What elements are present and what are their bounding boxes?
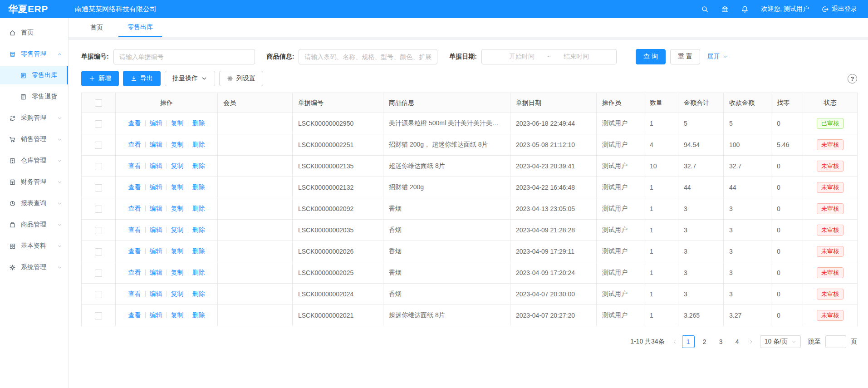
view-link[interactable]: 查看 [128, 162, 141, 169]
edit-link[interactable]: 编辑 [150, 119, 162, 127]
sidebar-item-retail-out[interactable]: 零售出库 [0, 66, 68, 84]
search-button[interactable]: 查 询 [636, 49, 666, 64]
edit-link[interactable]: 编辑 [150, 141, 162, 148]
view-link[interactable]: 查看 [128, 183, 141, 191]
tab-home[interactable]: 首页 [81, 18, 112, 37]
tab-retail-out[interactable]: 零售出库 [118, 18, 162, 37]
cell-operator: 测试用户 [597, 284, 644, 305]
sidebar-item-label: 报表查询 [21, 199, 46, 207]
goods-info-input[interactable] [299, 49, 437, 64]
copy-link[interactable]: 复制 [171, 141, 184, 148]
row-checkbox[interactable] [95, 184, 102, 192]
copy-link[interactable]: 复制 [171, 247, 184, 255]
view-link[interactable]: 查看 [128, 205, 141, 212]
copy-link[interactable]: 复制 [171, 162, 184, 169]
date-range-input[interactable]: 开始时间 ~ 结束时间 [481, 49, 617, 64]
edit-link[interactable]: 编辑 [150, 311, 162, 319]
view-link[interactable]: 查看 [128, 269, 141, 276]
sidebar-item-system[interactable]: 系统管理 [0, 258, 68, 276]
cell-change-amount: 0 [771, 156, 803, 177]
column-settings-button[interactable]: 列设置 [219, 71, 263, 86]
action-separator [167, 270, 167, 275]
row-checkbox[interactable] [95, 142, 102, 149]
edit-link[interactable]: 编辑 [150, 183, 162, 191]
delete-link[interactable]: 删除 [192, 162, 205, 169]
delete-link[interactable]: 删除 [192, 290, 205, 297]
table-row: 查看编辑复制删除LSCK00000002950美汁源果粒橙 500ml 美汁美汁… [82, 113, 858, 134]
row-checkbox[interactable] [95, 206, 102, 213]
page-size-select[interactable]: 10 条/页 [760, 335, 801, 348]
row-checkbox-cell [82, 134, 116, 156]
view-link[interactable]: 查看 [128, 311, 141, 319]
edit-link[interactable]: 编辑 [150, 290, 162, 297]
row-checkbox[interactable] [95, 120, 102, 128]
bank-icon[interactable] [721, 5, 729, 13]
delete-link[interactable]: 删除 [192, 226, 205, 233]
sidebar-item-purchase[interactable]: 采购管理 [0, 109, 68, 127]
copy-link[interactable]: 复制 [171, 205, 184, 212]
chevron-right-icon[interactable] [748, 339, 754, 344]
sidebar-item-retail[interactable]: 零售管理 [0, 45, 68, 63]
search-icon[interactable] [701, 5, 709, 13]
row-checkbox[interactable] [95, 163, 102, 170]
row-checkbox[interactable] [95, 248, 102, 255]
copy-link[interactable]: 复制 [171, 119, 184, 127]
cell-total-amount: 3 [678, 241, 724, 262]
edit-link[interactable]: 编辑 [150, 205, 162, 212]
sidebar-item-sale[interactable]: 销售管理 [0, 130, 68, 148]
view-link[interactable]: 查看 [128, 141, 141, 148]
jump-page-input[interactable] [825, 335, 846, 348]
reset-button[interactable]: 重 置 [670, 49, 700, 64]
sidebar-item-home[interactable]: 首页 [0, 24, 68, 42]
sidebar-item-label: 零售出库 [32, 71, 57, 79]
sidebar-item-goods[interactable]: 商品管理 [0, 216, 68, 234]
chevron-left-icon[interactable] [672, 339, 677, 344]
edit-link[interactable]: 编辑 [150, 162, 162, 169]
row-checkbox[interactable] [95, 291, 102, 298]
row-checkbox[interactable] [95, 227, 102, 234]
edit-link[interactable]: 编辑 [150, 247, 162, 255]
copy-link[interactable]: 复制 [171, 269, 184, 276]
page-button-2[interactable]: 2 [698, 335, 711, 348]
view-link[interactable]: 查看 [128, 247, 141, 255]
view-link[interactable]: 查看 [128, 226, 141, 233]
copy-link[interactable]: 复制 [171, 290, 184, 297]
expand-link[interactable]: 展开 [707, 53, 728, 61]
add-button[interactable]: 新增 [81, 71, 119, 86]
page-button-4[interactable]: 4 [731, 335, 744, 348]
sidebar-item-basic[interactable]: 基本资料 [0, 237, 68, 255]
select-all-checkbox[interactable] [95, 99, 102, 107]
bell-icon[interactable] [741, 5, 749, 13]
copy-link[interactable]: 复制 [171, 183, 184, 191]
page-button-3[interactable]: 3 [715, 335, 727, 348]
bill-no-input[interactable] [113, 49, 255, 64]
delete-link[interactable]: 删除 [192, 119, 205, 127]
export-button[interactable]: 导出 [123, 71, 161, 86]
sidebar-item-report[interactable]: 报表查询 [0, 194, 68, 212]
help-icon[interactable]: ? [848, 74, 857, 83]
sidebar-item-retail-return[interactable]: 零售退货 [0, 88, 68, 106]
copy-link[interactable]: 复制 [171, 226, 184, 233]
expand-link-label: 展开 [707, 53, 720, 61]
delete-link[interactable]: 删除 [192, 141, 205, 148]
sidebar-item-finance[interactable]: 财务管理 [0, 173, 68, 191]
view-link[interactable]: 查看 [128, 290, 141, 297]
delete-link[interactable]: 删除 [192, 247, 205, 255]
logout-button[interactable]: 退出登录 [821, 5, 857, 13]
batch-actions-button[interactable]: 批量操作 [165, 71, 215, 86]
edit-link[interactable]: 编辑 [150, 226, 162, 233]
delete-link[interactable]: 删除 [192, 269, 205, 276]
edit-link[interactable]: 编辑 [150, 269, 162, 276]
delete-link[interactable]: 删除 [192, 183, 205, 191]
sidebar-item-warehouse[interactable]: 仓库管理 [0, 152, 68, 170]
action-separator [167, 120, 167, 126]
view-link[interactable]: 查看 [128, 119, 141, 127]
delete-link[interactable]: 删除 [192, 205, 205, 212]
table-row: 查看编辑复制删除LSCK00000002135超迷你维达面纸 8片2023-04… [82, 156, 858, 177]
row-checkbox[interactable] [95, 270, 102, 277]
page-button-1[interactable]: 1 [682, 335, 695, 348]
tab-bar: 首页 零售出库 [69, 18, 868, 37]
delete-link[interactable]: 删除 [192, 311, 205, 319]
copy-link[interactable]: 复制 [171, 311, 184, 319]
row-checkbox[interactable] [95, 312, 102, 319]
